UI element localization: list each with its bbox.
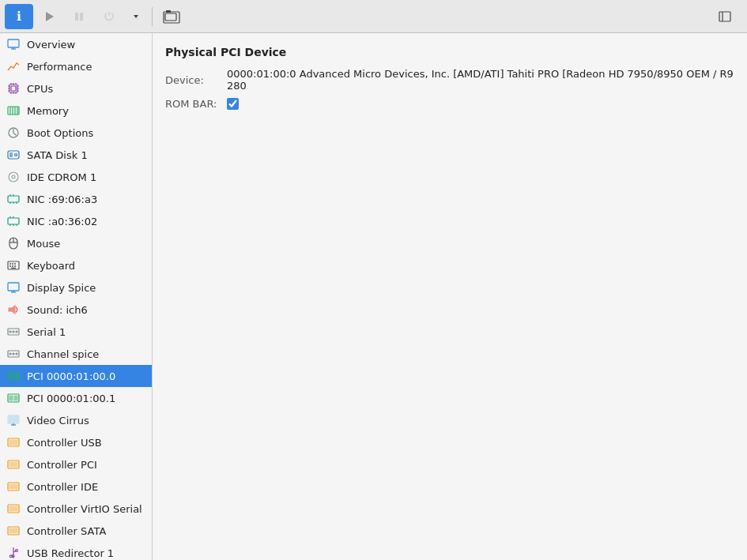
sidebar-item-pci-0000-01-00-0[interactable]: PCI 0000:01:00.0 [0, 365, 152, 387]
sidebar-item-channel-spice[interactable]: Channel spice [0, 343, 152, 365]
svg-rect-45 [8, 218, 19, 224]
sidebar-item-label-nic-a0: NIC :a0:36:02 [27, 216, 97, 227]
snapshot-icon [163, 9, 180, 24]
sidebar-item-memory[interactable]: Memory [0, 100, 152, 122]
svg-marker-0 [46, 12, 54, 21]
sidebar-item-keyboard[interactable]: Keyboard [0, 254, 152, 276]
toolbar: ℹ [0, 0, 747, 33]
nic-69-icon [6, 192, 21, 206]
content-title: Physical PCI Device [165, 46, 734, 58]
usb-redirector-1-icon [6, 546, 21, 560]
sidebar-item-label-channel-spice: Channel spice [27, 348, 99, 360]
pause-icon [74, 11, 85, 22]
sidebar-item-sound-ich6[interactable]: Sound: ich6 [0, 299, 152, 321]
svg-point-69 [16, 331, 17, 333]
svg-rect-84 [9, 440, 17, 445]
sidebar-item-controller-usb[interactable]: Controller USB [0, 431, 152, 453]
svg-rect-5 [166, 10, 171, 13]
controller-ide-icon [6, 479, 21, 494]
svg-point-67 [9, 331, 11, 333]
svg-rect-90 [9, 506, 17, 511]
memory-icon [6, 103, 21, 118]
svg-rect-13 [11, 86, 16, 91]
svg-point-72 [13, 353, 14, 355]
svg-rect-9 [8, 39, 19, 47]
rom-bar-checkbox[interactable] [227, 98, 239, 110]
svg-rect-76 [14, 374, 17, 378]
sidebar-item-label-controller-pci: Controller PCI [27, 459, 97, 471]
sidebar-item-nic-a0[interactable]: NIC :a0:36:02 [0, 210, 152, 232]
sound-ich6-icon [6, 303, 21, 317]
sidebar-item-cpus[interactable]: CPUs [0, 77, 152, 100]
sata-disk-1-icon [6, 148, 21, 162]
sidebar: OverviewPerformanceCPUsMemoryBoot Option… [0, 33, 153, 560]
svg-rect-78 [9, 396, 13, 400]
controller-pci-icon [6, 457, 21, 472]
sidebar-item-label-video-cirrus: Video Cirrus [27, 415, 89, 427]
pci-0000-01-00-1-icon [6, 391, 21, 405]
sidebar-item-label-usb-redirector-1: USB Redirector 1 [27, 547, 114, 559]
svg-rect-39 [8, 196, 19, 202]
sidebar-item-label-display-spice: Display Spice [27, 282, 96, 294]
sidebar-item-sata-disk-1[interactable]: SATA Disk 1 [0, 144, 152, 166]
sidebar-item-label-controller-virtio-serial: Controller VirtIO Serial [27, 503, 142, 515]
nic-a0-icon [6, 214, 21, 228]
ide-cdrom-1-icon [6, 170, 21, 184]
sidebar-item-display-spice[interactable]: Display Spice [0, 276, 152, 299]
sidebar-item-controller-virtio-serial[interactable]: Controller VirtIO Serial [0, 498, 152, 520]
sidebar-item-label-serial-1: Serial 1 [27, 326, 66, 338]
sidebar-item-label-nic-69: NIC :69:06:a3 [27, 194, 97, 205]
sidebar-item-usb-redirector-1[interactable]: USB Redirector 1 [0, 542, 152, 560]
pause-button[interactable] [65, 4, 93, 29]
play-button[interactable] [35, 4, 63, 29]
sidebar-item-label-pci-0000-01-00-0: PCI 0000:01:00.0 [27, 370, 115, 382]
sidebar-item-ide-cdrom-1[interactable]: IDE CDROM 1 [0, 166, 152, 188]
sidebar-item-label-boot-options: Boot Options [27, 127, 93, 139]
sidebar-item-label-memory: Memory [27, 105, 69, 117]
sidebar-item-pci-0000-01-00-1[interactable]: PCI 0000:01:00.1 [0, 387, 152, 409]
controller-sata-icon [6, 524, 21, 538]
svg-marker-3 [134, 15, 138, 18]
svg-rect-97 [10, 555, 13, 558]
sidebar-item-controller-ide[interactable]: Controller IDE [0, 475, 152, 498]
svg-rect-92 [9, 528, 17, 533]
sidebar-item-label-pci-0000-01-00-1: PCI 0000:01:00.1 [27, 393, 115, 404]
sidebar-item-label-controller-sata: Controller SATA [27, 525, 106, 537]
window-button[interactable] [711, 4, 739, 29]
keyboard-icon [6, 258, 21, 272]
serial-1-icon [6, 325, 21, 339]
window-icon [719, 11, 731, 22]
sidebar-item-overview[interactable]: Overview [0, 33, 152, 55]
sidebar-item-video-cirrus[interactable]: Video Cirrus [0, 409, 152, 431]
sidebar-item-serial-1[interactable]: Serial 1 [0, 321, 152, 343]
play-icon [43, 11, 55, 22]
svg-rect-6 [165, 13, 176, 21]
snapshot-button[interactable] [157, 4, 186, 29]
svg-rect-80 [8, 415, 19, 423]
svg-rect-88 [9, 484, 17, 489]
svg-point-73 [16, 353, 17, 355]
svg-marker-98 [13, 556, 14, 558]
sidebar-item-mouse[interactable]: Mouse [0, 232, 152, 254]
svg-rect-2 [80, 13, 83, 21]
performance-icon [6, 59, 21, 73]
display-spice-icon [6, 280, 21, 295]
dropdown-button[interactable] [125, 4, 147, 29]
sidebar-item-controller-pci[interactable]: Controller PCI [0, 453, 152, 475]
svg-point-71 [9, 353, 11, 355]
svg-rect-79 [14, 396, 17, 400]
toolbar-separator [152, 7, 153, 26]
main-layout: OverviewPerformanceCPUsMemoryBoot Option… [0, 33, 747, 560]
content-area: Physical PCI Device Device: 0000:01:00:0… [153, 33, 747, 560]
sidebar-item-nic-69[interactable]: NIC :69:06:a3 [0, 188, 152, 210]
svg-rect-7 [719, 12, 730, 21]
sidebar-item-label-controller-ide: Controller IDE [27, 481, 98, 493]
sidebar-item-controller-sata[interactable]: Controller SATA [0, 520, 152, 542]
channel-spice-icon [6, 347, 21, 361]
sidebar-item-boot-options[interactable]: Boot Options [0, 122, 152, 144]
sidebar-item-label-overview: Overview [27, 39, 75, 51]
sidebar-item-performance[interactable]: Performance [0, 55, 152, 77]
power-button[interactable] [95, 4, 123, 29]
info-button[interactable]: ℹ [5, 4, 33, 29]
svg-rect-75 [9, 374, 13, 378]
